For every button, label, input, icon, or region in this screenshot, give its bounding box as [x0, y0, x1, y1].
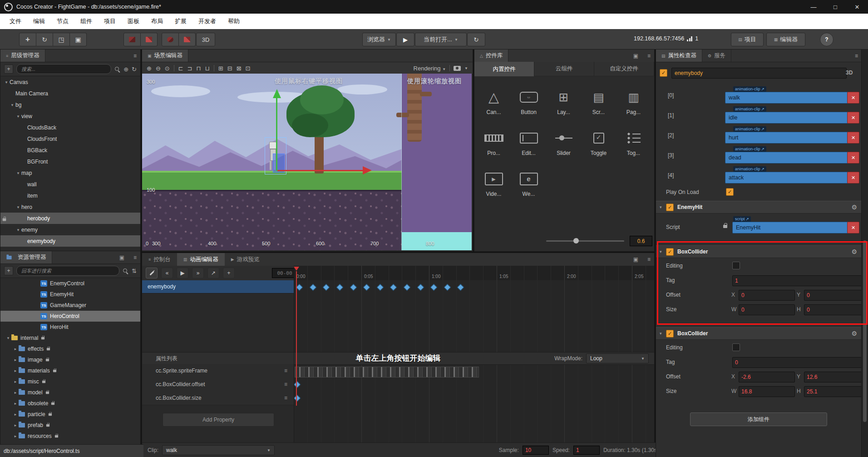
widget-layout[interactable]: ⊞Lay... [546, 81, 581, 122]
clip-field-dead[interactable]: dead [725, 152, 853, 164]
center-v-icon[interactable]: ⊡ [246, 65, 251, 72]
asset-herohit[interactable]: TSHeroHit [0, 322, 140, 333]
component-enabled-checkbox[interactable]: ✓ [666, 248, 674, 256]
align-bottom-icon[interactable]: ⊔ [205, 65, 210, 72]
skip-to-end-button[interactable]: » [192, 268, 204, 278]
tab-inspector[interactable]: ▤ 属性检查器 [656, 50, 702, 62]
align-top-icon[interactable]: ⊓ [197, 65, 201, 72]
tag-field[interactable] [732, 357, 864, 368]
folder-resources[interactable]: ▸resources [0, 431, 140, 442]
skip-to-start-button[interactable]: « [161, 268, 173, 278]
align-right-icon[interactable]: ⊐ [187, 65, 192, 72]
folder-internal[interactable]: ▾internal [0, 333, 140, 343]
external-link-icon[interactable]: ↗ [761, 107, 765, 111]
external-link-icon[interactable]: ↗ [761, 87, 765, 91]
tab-custom-widgets[interactable]: 自定义控件 [594, 62, 654, 76]
node-enemy[interactable]: ▾enemy [0, 224, 140, 235]
add-keyframe-button[interactable]: + [223, 268, 235, 278]
gizmo-local-icon[interactable] [162, 33, 179, 46]
widget-button[interactable]: ▭Button [511, 81, 546, 122]
menu-component[interactable]: 组件 [74, 14, 98, 29]
node-item[interactable]: item [0, 190, 140, 201]
maximize-button[interactable]: □ [824, 0, 846, 14]
distribute-h-icon[interactable]: ⊞ [218, 65, 223, 72]
tab-builtin-widgets[interactable]: 内置控件 [474, 62, 534, 76]
sort-icon[interactable]: ⇅ [132, 268, 137, 274]
node-cloudsback[interactable]: CloudsBack [0, 122, 140, 133]
menu-edit[interactable]: 编辑 [27, 14, 51, 29]
component-header-boxcollider-2[interactable]: ▾ ✓ BoxCollider ⚙ [656, 327, 862, 340]
clip-field-hurt[interactable]: hurt [725, 132, 853, 144]
align-left-icon[interactable]: ⊏ [178, 65, 183, 72]
zoom-in-icon[interactable]: ⊕ [147, 65, 152, 72]
panel-menu-icon[interactable]: ≡ [647, 53, 651, 59]
timeline-ruler[interactable]: 0:00 0:05 1:00 1:05 2:00 2:05 [294, 266, 654, 281]
rendering-select[interactable]: Rendering ▼ [414, 65, 446, 72]
folder-materials[interactable]: ▸materials [0, 365, 140, 376]
widget-slider[interactable]: Slider [546, 122, 581, 163]
asset-gamemanager[interactable]: TSGameManager [0, 300, 140, 311]
clip-field-walk[interactable]: walk [725, 92, 853, 104]
editing-checkbox[interactable] [732, 262, 740, 269]
widget-canvas[interactable]: △Can... [476, 81, 511, 122]
scene-tab[interactable]: ▣ 场景编辑器 [142, 50, 188, 62]
component-header-boxcollider-1[interactable]: ▾ ✓ BoxCollider ⚙ [656, 245, 862, 258]
widget-editbox[interactable]: Edit... [511, 122, 546, 163]
toggle-3d-button[interactable]: 3D [196, 33, 215, 46]
property-menu-icon[interactable]: ≡ [284, 368, 287, 374]
open-project-button[interactable]: ▤项目 [731, 33, 764, 46]
expand-arrow-icon[interactable]: ▸ [12, 358, 19, 362]
asset-enemycontrol[interactable]: TSEnemyControl [0, 278, 140, 289]
expand-arrow-icon[interactable]: ▸ [12, 401, 19, 406]
locate-icon[interactable]: ⊕ [123, 66, 128, 73]
expand-arrow-icon[interactable]: ▸ [12, 390, 19, 395]
refresh-button[interactable]: ↻ [467, 33, 485, 46]
edit-animation-button[interactable] [146, 268, 158, 278]
property-menu-icon[interactable]: ≡ [284, 381, 287, 387]
offset-y-field[interactable] [804, 372, 864, 382]
refresh-icon[interactable]: ↻ [132, 66, 137, 73]
widget-videoplayer[interactable]: ▶Vide... [476, 163, 511, 204]
size-w-field[interactable] [739, 304, 795, 315]
asset-herocontrol[interactable]: TSHeroControl [0, 311, 140, 322]
gizmo-y-axis[interactable] [276, 97, 277, 171]
add-component-button[interactable]: 添加组件 [690, 412, 827, 426]
panel-layout-icon[interactable]: ▣ [119, 254, 124, 261]
menu-layout[interactable]: 布局 [145, 14, 169, 29]
menu-project[interactable]: 项目 [98, 14, 122, 29]
property-row-spriteframe[interactable]: cc.Sprite.spriteFrame ≡ [142, 364, 294, 378]
clip-field-idle[interactable]: idle [725, 112, 853, 124]
offset-y-field[interactable] [804, 290, 864, 301]
expand-arrow-icon[interactable]: ▸ [12, 379, 19, 384]
tab-console[interactable]: ≡控制台 [142, 253, 177, 266]
node-bg[interactable]: ▾bg [0, 99, 140, 110]
widget-pageview[interactable]: ▥Pag... [616, 81, 651, 122]
menu-file[interactable]: 文件 [4, 14, 27, 29]
create-node-button[interactable]: + [4, 65, 13, 74]
clip-field-attack[interactable]: attack [725, 172, 853, 184]
scene-viewport[interactable]: 使用鼠标右键平移视图 使用滚轮缩放视图 300 100 0 300 400 50… [142, 74, 472, 250]
expand-arrow-icon[interactable]: ▾ [9, 103, 15, 107]
scrollbar-thumb[interactable] [863, 240, 867, 422]
play-on-load-checkbox[interactable]: ✓ [726, 188, 734, 196]
expand-arrow-icon[interactable]: ▸ [12, 347, 19, 351]
node-cloudsfront[interactable]: CloudsFront [0, 133, 140, 144]
property-row-collider-offset[interactable]: cc.BoxCollider.offset ≡ [142, 378, 294, 392]
expand-arrow-icon[interactable]: ▾ [3, 80, 10, 84]
rect-tool-button[interactable]: ▣ [70, 33, 87, 46]
expand-arrow-icon[interactable]: ▸ [12, 423, 19, 427]
node-wall[interactable]: wall [0, 179, 140, 190]
add-property-button[interactable]: Add Property [163, 413, 274, 427]
remove-clip-icon[interactable] [847, 132, 859, 144]
folder-obsolete[interactable]: ▸obsolete [0, 398, 140, 409]
panel-layout-icon[interactable]: ▣ [633, 53, 638, 59]
widget-library-tab[interactable]: △ 控件库 [474, 50, 508, 62]
open-external-icon[interactable]: ↗ [207, 268, 219, 278]
external-link-icon[interactable]: ↗ [761, 167, 765, 171]
size-w-field[interactable] [739, 386, 795, 397]
zoom-value[interactable]: 0.6 [630, 236, 652, 246]
component-header-enemyhit[interactable]: ▾ ✓ EnemyHit ⚙ [656, 201, 862, 214]
tab-service[interactable]: ⚙ 服务 [702, 50, 731, 62]
play-animation-button[interactable]: ▶ [177, 268, 188, 278]
current-open-select[interactable]: 当前打开...▼ [415, 33, 467, 46]
